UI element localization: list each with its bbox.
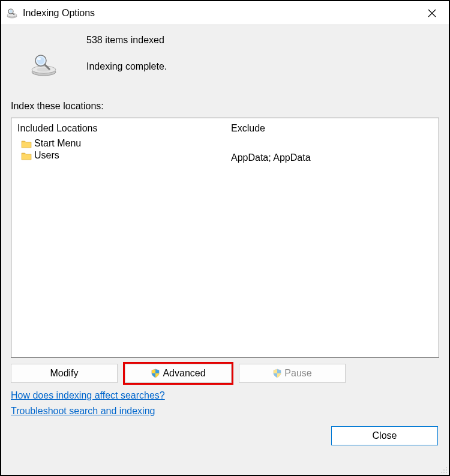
indexing-options-icon xyxy=(6,7,18,19)
titlebar: Indexing Options xyxy=(1,1,449,25)
folder-icon xyxy=(21,139,32,148)
svg-point-12 xyxy=(37,58,41,60)
window-title: Indexing Options xyxy=(23,8,419,19)
modify-button-label: Modify xyxy=(50,368,78,379)
pause-button: Pause xyxy=(239,364,346,383)
close-button-label: Close xyxy=(373,430,397,441)
list-item-label: Start Menu xyxy=(34,138,81,149)
help-link-troubleshoot[interactable]: Troubleshoot search and indexing xyxy=(11,406,155,416)
included-locations-header: Included Locations xyxy=(17,123,219,134)
locations-listbox[interactable]: Included Locations Start Menu xyxy=(11,118,439,358)
list-item[interactable]: Start Menu xyxy=(21,137,219,149)
exclude-item-blank xyxy=(231,137,433,152)
status-row: 538 items indexed Indexing complete. xyxy=(11,35,439,77)
close-icon[interactable] xyxy=(419,4,445,22)
list-item[interactable]: Users xyxy=(21,149,219,161)
included-locations-column: Included Locations Start Menu xyxy=(11,118,225,357)
uac-shield-icon xyxy=(151,369,160,378)
svg-point-3 xyxy=(10,10,13,13)
items-indexed-text: 538 items indexed xyxy=(86,35,439,46)
svg-point-15 xyxy=(443,469,445,471)
help-link-indexing-affect[interactable]: How does indexing affect searches? xyxy=(11,390,165,400)
exclude-column: Exclude AppData; AppData xyxy=(225,118,439,357)
folder-icon xyxy=(21,151,32,160)
advanced-button-label: Advanced xyxy=(163,368,205,379)
svg-point-14 xyxy=(446,467,447,468)
svg-point-18 xyxy=(443,472,445,473)
exclude-header: Exclude xyxy=(231,123,433,134)
magnifier-drive-icon xyxy=(11,35,77,77)
svg-point-16 xyxy=(446,469,447,471)
svg-point-17 xyxy=(441,472,442,473)
indexing-options-window: Indexing Options 538 xyxy=(0,0,450,476)
button-row: Modify Advanced xyxy=(11,364,439,383)
list-item-label: Users xyxy=(34,150,59,161)
indexing-status-text: Indexing complete. xyxy=(86,61,439,72)
resize-grip-icon[interactable] xyxy=(439,465,448,474)
uac-shield-icon xyxy=(272,369,282,378)
svg-point-19 xyxy=(446,472,447,473)
exclude-item: AppData; AppData xyxy=(231,152,433,164)
status-text-block: 538 items indexed Indexing complete. xyxy=(77,35,439,72)
advanced-button[interactable]: Advanced xyxy=(125,364,232,383)
footer-row: Close xyxy=(11,426,439,450)
modify-button[interactable]: Modify xyxy=(11,364,118,383)
content-area: 538 items indexed Indexing complete. Ind… xyxy=(1,25,449,475)
index-locations-label: Index these locations: xyxy=(11,101,439,112)
pause-button-label: Pause xyxy=(284,368,311,379)
close-button[interactable]: Close xyxy=(331,426,438,445)
